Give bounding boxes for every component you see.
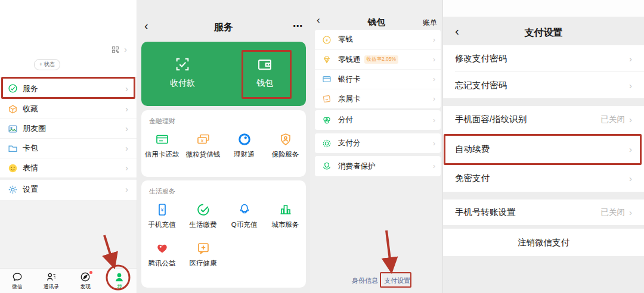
section-title: 生活服务 <box>141 180 306 196</box>
service-label: 理财通 <box>234 150 255 159</box>
row-status-value: 已关闭 <box>601 207 626 218</box>
tab-chats[interactable]: 微信 <box>0 269 34 293</box>
qr-code-icon[interactable] <box>112 46 119 54</box>
wallet-row-lingqiantong[interactable]: 零钱通 收益率2.05% › <box>315 49 441 69</box>
smiley-icon <box>8 163 18 173</box>
service-licaitong[interactable]: 理财通 <box>224 132 265 159</box>
row-label: 零钱通 <box>338 55 361 65</box>
tab-contacts[interactable]: 通讯录 <box>34 269 68 293</box>
tab-discover[interactable]: 发现 <box>69 269 103 293</box>
credit-card-icon <box>155 132 169 146</box>
menu-item-moments[interactable]: 朋友圈 › <box>0 119 137 138</box>
wallet-row-fenfu[interactable]: 分付 › <box>315 110 441 130</box>
service-weilidai-loan[interactable]: ¥ 微粒贷借钱 <box>182 132 224 159</box>
service-label: 腾讯公益 <box>148 259 176 268</box>
wallet-group-main: ¥ 零钱 › 零钱通 收益率2.05% › 银行卡 › <box>315 30 441 108</box>
menu-item-settings[interactable]: 设置 › <box>0 179 137 199</box>
hero-label: 钱包 <box>256 78 273 89</box>
settings-group-password: 修改支付密码 › 忘记支付密码 › <box>443 45 644 98</box>
bills-button[interactable]: 账单 <box>423 18 437 28</box>
heart-icon <box>155 241 169 255</box>
row-password-free-pay[interactable]: 免密支付 › <box>443 165 644 192</box>
menu-item-label: 设置 <box>23 184 38 195</box>
wallet-button[interactable]: 钱包 <box>224 42 306 106</box>
banknotes-icon: ¥ <box>196 132 210 146</box>
chevron-right-icon: › <box>433 56 435 63</box>
service-label: 手机充值 <box>148 220 176 229</box>
menu-item-services[interactable]: 服务 › <box>0 77 137 99</box>
service-label: 微粒贷借钱 <box>186 150 221 159</box>
row-auto-renewal[interactable]: 自动续费 › <box>443 133 644 165</box>
chevron-right-icon: › <box>125 144 128 152</box>
chevron-right-icon: › <box>433 95 435 102</box>
shield-person-icon <box>278 132 293 146</box>
moments-icon <box>8 124 18 134</box>
row-change-pay-password[interactable]: 修改支付密码 › <box>443 45 644 71</box>
menu-item-favorites[interactable]: 收藏 › <box>0 99 137 119</box>
finance-grid: 信用卡还款 ¥ 微粒贷借钱 理财通 <box>141 132 306 159</box>
row-label: 亲属卡 <box>338 94 361 104</box>
wallet-row-consumer-protection[interactable]: 消费者保护 › <box>315 156 441 176</box>
service-insurance[interactable]: 保险服务 <box>265 132 306 159</box>
identity-info-link[interactable]: 身份信息 <box>352 276 378 285</box>
chevron-right-icon: › <box>629 174 632 183</box>
hands-shield-icon <box>322 161 332 171</box>
wallet-header: ‹ 钱包 账单 <box>310 13 442 30</box>
more-icon[interactable]: ⋯ <box>293 20 303 32</box>
service-city-services[interactable]: 城市服务 <box>265 202 306 229</box>
coin-icon: ¥ <box>322 35 332 45</box>
wallet-row-family-card[interactable]: 亲属卡 › <box>315 89 441 108</box>
row-label: 手机号转账设置 <box>455 207 516 218</box>
tab-label: 通讯录 <box>44 283 59 291</box>
row-label: 支付分 <box>338 138 361 148</box>
deactivate-wechat-pay-button[interactable]: 注销微信支付 <box>443 229 644 256</box>
wallet-row-pay-score[interactable]: 支付分 › <box>315 133 441 153</box>
wallet-row-balance[interactable]: ¥ 零钱 › <box>315 30 441 49</box>
yield-badge: 收益率2.05% <box>364 55 399 64</box>
service-label: 城市服务 <box>272 220 299 229</box>
wallet-row-bank-cards[interactable]: 银行卡 › <box>315 69 441 89</box>
chevron-right-icon: › <box>433 117 435 124</box>
page-title: 服务 <box>137 21 310 34</box>
chevron-right-icon: › <box>433 140 435 147</box>
menu-item-label: 收藏 <box>23 104 38 114</box>
menu-item-cards[interactable]: 卡包 › <box>0 138 137 158</box>
chevron-right-icon: › <box>125 124 128 133</box>
panel-pay-settings: ‹ 支付设置 修改支付密码 › 忘记支付密码 › 手机面容/指纹识别 已关闭 ›… <box>442 0 644 293</box>
service-mobile-topup[interactable]: ¥ 手机充值 <box>141 202 182 229</box>
service-label: 保险服务 <box>272 150 299 159</box>
service-credit-card-repay[interactable]: 信用卡还款 <box>141 132 182 159</box>
chevron-right-icon[interactable]: › <box>124 45 127 54</box>
chevron-right-icon: › <box>125 85 128 93</box>
row-forgot-pay-password[interactable]: 忘记支付密码 › <box>443 72 644 98</box>
service-utilities[interactable]: 生活缴费 <box>182 202 224 229</box>
svg-text:¥: ¥ <box>326 38 328 42</box>
chevron-right-icon: › <box>629 81 632 90</box>
life-grid-row-2: 腾讯公益 医疗健康 <box>141 241 306 268</box>
wallet-group-consumer: 消费者保护 › <box>315 156 441 176</box>
receive-pay-button[interactable]: 收付款 <box>141 42 224 106</box>
contacts-icon <box>46 272 57 282</box>
page-title: 支付设置 <box>443 27 644 39</box>
service-qcoin-topup[interactable]: Q币充值 <box>224 202 265 229</box>
service-medical-health[interactable]: 医疗健康 <box>182 241 224 268</box>
favorites-icon <box>8 104 18 114</box>
menu-item-stickers[interactable]: 表情 › <box>0 158 137 177</box>
row-label: 消费者保护 <box>338 161 376 172</box>
row-face-fingerprint[interactable]: 手机面容/指纹识别 已关闭 › <box>443 106 644 133</box>
row-label: 免密支付 <box>455 173 490 184</box>
tab-me[interactable]: 我 <box>103 269 137 293</box>
row-phone-transfer-settings[interactable]: 手机号转账设置 已关闭 › <box>443 200 644 225</box>
row-label: 修改支付密码 <box>455 53 507 64</box>
service-label: Q币充值 <box>231 220 257 229</box>
status-pill-button[interactable]: + 状态 <box>34 59 60 70</box>
service-tencent-charity[interactable]: 腾讯公益 <box>141 241 182 268</box>
buildings-icon <box>278 202 293 217</box>
wallet-group-pay-score: 支付分 › <box>315 133 441 153</box>
pay-settings-link[interactable]: 支付设置 <box>384 276 410 285</box>
diamond-icon <box>322 55 332 64</box>
family-card-icon <box>322 94 332 104</box>
hero-label: 收付款 <box>170 78 195 89</box>
chevron-right-icon: › <box>433 76 435 83</box>
chevron-right-icon: › <box>125 164 128 172</box>
